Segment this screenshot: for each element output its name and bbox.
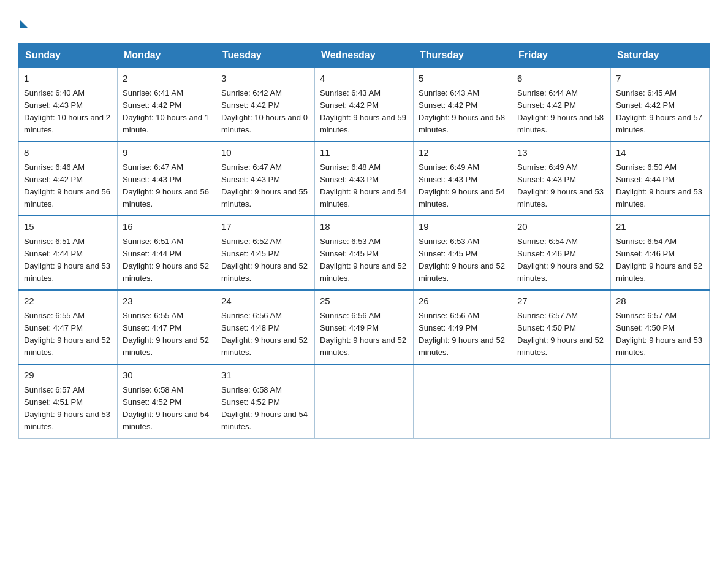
calendar-cell: 19Sunrise: 6:53 AMSunset: 4:45 PMDayligh…: [414, 216, 512, 290]
calendar-cell: 25Sunrise: 6:56 AMSunset: 4:49 PMDayligh…: [315, 290, 414, 364]
day-info: Sunrise: 6:57 AMSunset: 4:50 PMDaylight:…: [616, 311, 702, 357]
calendar-cell: 31Sunrise: 6:58 AMSunset: 4:52 PMDayligh…: [216, 364, 315, 439]
day-of-week-header: Tuesday: [216, 44, 315, 68]
day-info: Sunrise: 6:55 AMSunset: 4:47 PMDaylight:…: [123, 311, 209, 357]
day-number: 22: [24, 294, 112, 308]
day-info: Sunrise: 6:57 AMSunset: 4:51 PMDaylight:…: [24, 385, 110, 431]
calendar-cell: 4Sunrise: 6:43 AMSunset: 4:42 PMDaylight…: [315, 67, 414, 142]
calendar-cell: 23Sunrise: 6:55 AMSunset: 4:47 PMDayligh…: [118, 290, 216, 364]
calendar-cell: 9Sunrise: 6:47 AMSunset: 4:43 PMDaylight…: [118, 142, 216, 216]
day-info: Sunrise: 6:53 AMSunset: 4:45 PMDaylight:…: [320, 237, 406, 283]
day-number: 28: [616, 294, 704, 308]
day-number: 4: [320, 72, 408, 86]
calendar-cell: 1Sunrise: 6:40 AMSunset: 4:43 PMDaylight…: [19, 67, 118, 142]
logo-arrow-icon: [20, 20, 28, 28]
calendar-week-row: 1Sunrise: 6:40 AMSunset: 4:43 PMDaylight…: [19, 67, 710, 142]
day-number: 9: [123, 146, 211, 160]
day-number: 24: [221, 294, 309, 308]
day-number: 31: [221, 369, 309, 383]
day-number: 2: [123, 72, 211, 86]
day-info: Sunrise: 6:41 AMSunset: 4:42 PMDaylight:…: [123, 88, 209, 134]
calendar-cell: 24Sunrise: 6:56 AMSunset: 4:48 PMDayligh…: [216, 290, 315, 364]
day-number: 14: [616, 146, 704, 160]
day-info: Sunrise: 6:47 AMSunset: 4:43 PMDaylight:…: [123, 163, 209, 209]
calendar-cell: 10Sunrise: 6:47 AMSunset: 4:43 PMDayligh…: [216, 142, 315, 216]
calendar-cell: 20Sunrise: 6:54 AMSunset: 4:46 PMDayligh…: [512, 216, 611, 290]
day-info: Sunrise: 6:43 AMSunset: 4:42 PMDaylight:…: [320, 88, 406, 134]
calendar-cell: 12Sunrise: 6:49 AMSunset: 4:43 PMDayligh…: [414, 142, 512, 216]
day-number: 7: [616, 72, 704, 86]
day-info: Sunrise: 6:53 AMSunset: 4:45 PMDaylight:…: [419, 237, 505, 283]
day-info: Sunrise: 6:54 AMSunset: 4:46 PMDaylight:…: [616, 237, 702, 283]
day-info: Sunrise: 6:40 AMSunset: 4:43 PMDaylight:…: [24, 88, 110, 134]
calendar-cell: 13Sunrise: 6:49 AMSunset: 4:43 PMDayligh…: [512, 142, 611, 216]
day-number: 27: [517, 294, 605, 308]
day-info: Sunrise: 6:47 AMSunset: 4:43 PMDaylight:…: [221, 163, 308, 209]
calendar-cell: 15Sunrise: 6:51 AMSunset: 4:44 PMDayligh…: [19, 216, 118, 290]
calendar-cell: 26Sunrise: 6:56 AMSunset: 4:49 PMDayligh…: [414, 290, 512, 364]
day-info: Sunrise: 6:42 AMSunset: 4:42 PMDaylight:…: [221, 88, 308, 134]
day-of-week-header: Monday: [118, 44, 216, 68]
day-number: 23: [123, 294, 211, 308]
page-header: [18, 12, 710, 37]
calendar-week-row: 22Sunrise: 6:55 AMSunset: 4:47 PMDayligh…: [19, 290, 710, 364]
day-info: Sunrise: 6:58 AMSunset: 4:52 PMDaylight:…: [123, 385, 209, 431]
day-info: Sunrise: 6:57 AMSunset: 4:50 PMDaylight:…: [517, 311, 604, 357]
logo: [18, 17, 28, 37]
calendar-cell: 3Sunrise: 6:42 AMSunset: 4:42 PMDaylight…: [216, 67, 315, 142]
day-info: Sunrise: 6:45 AMSunset: 4:42 PMDaylight:…: [616, 88, 702, 134]
day-number: 16: [123, 220, 211, 234]
day-info: Sunrise: 6:43 AMSunset: 4:42 PMDaylight:…: [419, 88, 505, 134]
day-info: Sunrise: 6:58 AMSunset: 4:52 PMDaylight:…: [221, 385, 308, 431]
day-number: 17: [221, 220, 309, 234]
calendar-cell: 17Sunrise: 6:52 AMSunset: 4:45 PMDayligh…: [216, 216, 315, 290]
calendar-cell: 8Sunrise: 6:46 AMSunset: 4:42 PMDaylight…: [19, 142, 118, 216]
day-of-week-header: Thursday: [414, 44, 512, 68]
day-of-week-header: Sunday: [19, 44, 118, 68]
day-info: Sunrise: 6:51 AMSunset: 4:44 PMDaylight:…: [123, 237, 209, 283]
day-info: Sunrise: 6:51 AMSunset: 4:44 PMDaylight:…: [24, 237, 110, 283]
day-info: Sunrise: 6:44 AMSunset: 4:42 PMDaylight:…: [517, 88, 604, 134]
calendar-cell: 5Sunrise: 6:43 AMSunset: 4:42 PMDaylight…: [414, 67, 512, 142]
day-of-week-header: Saturday: [611, 44, 710, 68]
day-info: Sunrise: 6:56 AMSunset: 4:49 PMDaylight:…: [419, 311, 505, 357]
calendar-cell: [414, 364, 512, 439]
calendar-week-row: 29Sunrise: 6:57 AMSunset: 4:51 PMDayligh…: [19, 364, 710, 439]
calendar-header-row: SundayMondayTuesdayWednesdayThursdayFrid…: [19, 44, 710, 68]
day-number: 5: [419, 72, 507, 86]
day-info: Sunrise: 6:46 AMSunset: 4:42 PMDaylight:…: [24, 163, 110, 209]
calendar-cell: 22Sunrise: 6:55 AMSunset: 4:47 PMDayligh…: [19, 290, 118, 364]
calendar-cell: [512, 364, 611, 439]
day-number: 3: [221, 72, 309, 86]
calendar-table: SundayMondayTuesdayWednesdayThursdayFrid…: [18, 43, 710, 439]
day-number: 12: [419, 146, 507, 160]
day-number: 8: [24, 146, 112, 160]
day-number: 10: [221, 146, 309, 160]
calendar-cell: 30Sunrise: 6:58 AMSunset: 4:52 PMDayligh…: [118, 364, 216, 439]
day-of-week-header: Wednesday: [315, 44, 414, 68]
calendar-week-row: 8Sunrise: 6:46 AMSunset: 4:42 PMDaylight…: [19, 142, 710, 216]
day-info: Sunrise: 6:50 AMSunset: 4:44 PMDaylight:…: [616, 163, 702, 209]
day-info: Sunrise: 6:56 AMSunset: 4:49 PMDaylight:…: [320, 311, 406, 357]
calendar-cell: 11Sunrise: 6:48 AMSunset: 4:43 PMDayligh…: [315, 142, 414, 216]
day-info: Sunrise: 6:48 AMSunset: 4:43 PMDaylight:…: [320, 163, 406, 209]
day-number: 18: [320, 220, 408, 234]
calendar-cell: 16Sunrise: 6:51 AMSunset: 4:44 PMDayligh…: [118, 216, 216, 290]
calendar-cell: 21Sunrise: 6:54 AMSunset: 4:46 PMDayligh…: [611, 216, 710, 290]
day-info: Sunrise: 6:49 AMSunset: 4:43 PMDaylight:…: [419, 163, 505, 209]
day-number: 26: [419, 294, 507, 308]
day-number: 6: [517, 72, 605, 86]
day-number: 20: [517, 220, 605, 234]
day-number: 29: [24, 369, 112, 383]
day-info: Sunrise: 6:49 AMSunset: 4:43 PMDaylight:…: [517, 163, 604, 209]
calendar-cell: 2Sunrise: 6:41 AMSunset: 4:42 PMDaylight…: [118, 67, 216, 142]
calendar-cell: 28Sunrise: 6:57 AMSunset: 4:50 PMDayligh…: [611, 290, 710, 364]
calendar-cell: 7Sunrise: 6:45 AMSunset: 4:42 PMDaylight…: [611, 67, 710, 142]
day-number: 25: [320, 294, 408, 308]
calendar-cell: [315, 364, 414, 439]
calendar-cell: 6Sunrise: 6:44 AMSunset: 4:42 PMDaylight…: [512, 67, 611, 142]
day-info: Sunrise: 6:55 AMSunset: 4:47 PMDaylight:…: [24, 311, 110, 357]
day-info: Sunrise: 6:54 AMSunset: 4:46 PMDaylight:…: [517, 237, 604, 283]
day-info: Sunrise: 6:52 AMSunset: 4:45 PMDaylight:…: [221, 237, 308, 283]
calendar-cell: 18Sunrise: 6:53 AMSunset: 4:45 PMDayligh…: [315, 216, 414, 290]
